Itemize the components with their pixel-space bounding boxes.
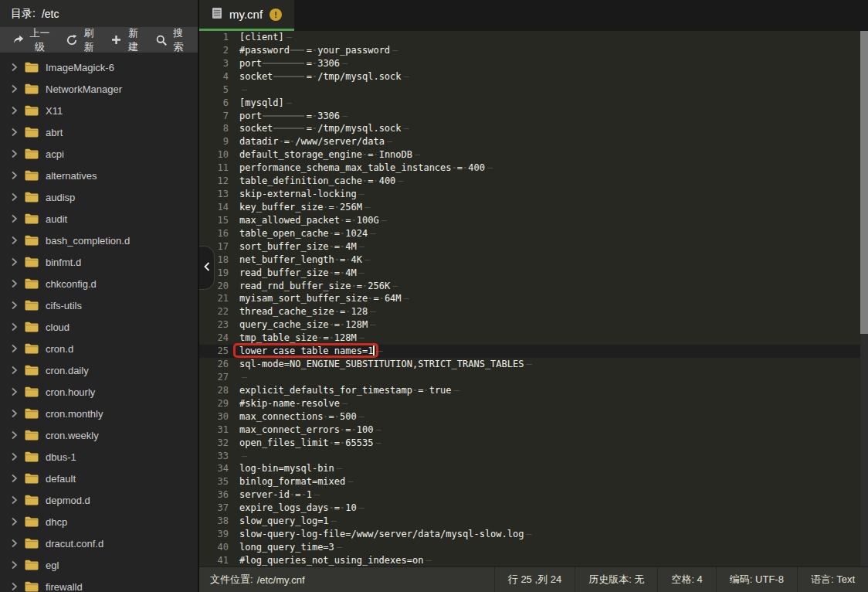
editor-line[interactable]: 34log-bin=mysql-bin (199, 462, 868, 475)
editor-line[interactable]: 38slow_query_log=1 (199, 515, 868, 528)
editor-line[interactable]: 10default_storage_engine = InnoDB (199, 148, 868, 162)
sidebar-folder-abrt[interactable]: abrt (0, 121, 198, 143)
editor-line[interactable]: 24tmp_table_size = 128M (199, 332, 868, 345)
editor-tabbar: my.cnf ! (199, 0, 868, 31)
sidebar-folder-cloud[interactable]: cloud (0, 316, 198, 338)
editor-line[interactable]: 4socket = /tmp/mysql.sock (199, 70, 868, 83)
folder-label: egl (46, 560, 59, 571)
sidebar-folder-cron.hourly[interactable]: cron.hourly (0, 381, 198, 403)
sidebar-folder-alternatives[interactable]: alternatives (0, 165, 198, 186)
editor-line[interactable]: 35binlog_format=mixed (199, 475, 868, 488)
editor-line[interactable]: 17sort_buffer_size = 4M (199, 240, 868, 253)
toolbar-button-search[interactable]: 搜索 (148, 27, 193, 53)
toolbar-button-up-level-arrow[interactable]: 上一级 (5, 27, 59, 53)
editor-line[interactable]: 14key_buffer_size = 256M (199, 201, 868, 214)
editor-line[interactable]: 9datadir = /www/server/data (199, 135, 868, 148)
editor-line[interactable]: 33 (199, 450, 868, 463)
sidebar-folder-cron.weekly[interactable]: cron.weekly (0, 424, 198, 446)
sidebar-folder-firewalld[interactable]: firewalld (0, 576, 198, 592)
editor-line[interactable]: 32open_files_limit = 65535 (199, 437, 868, 450)
editor-line[interactable]: 41#log_queries_not_using_indexes=on (199, 554, 868, 566)
editor-line[interactable]: 27 (199, 371, 868, 384)
file-explorer-sidebar: 目录: /etc 上一级刷新新建搜索 ImageMagick-6NetworkM… (0, 0, 199, 592)
sidebar-folder-audit[interactable]: audit (0, 208, 198, 230)
sidebar-folder-dbus-1[interactable]: dbus-1 (0, 446, 198, 468)
up-level-arrow-icon (12, 35, 24, 45)
toolbar-button-plus[interactable]: 新建 (103, 27, 147, 53)
line-number: 21 (199, 292, 229, 305)
folder-label: dhcp (46, 516, 67, 528)
line-content: lower_case_table_names=1 (229, 345, 383, 358)
sidebar-folder-egl[interactable]: egl (0, 554, 198, 576)
folder-icon (25, 127, 39, 138)
editor-line[interactable]: 18net_buffer_length = 4K (199, 253, 868, 267)
editor-line[interactable]: 7port = 3306 (199, 110, 868, 123)
editor-line[interactable]: 37expire_logs_days = 10 (199, 502, 868, 515)
editor-line[interactable]: 20read_rnd_buffer_size = 256K (199, 280, 868, 293)
sidebar-folder-cifs-utils[interactable]: cifs-utils (0, 294, 198, 316)
toolbar-button-label: 刷新 (82, 26, 96, 54)
editor-line[interactable]: 11performance_schema_max_table_instances… (199, 162, 868, 175)
directory-header: 目录: /etc (0, 0, 198, 27)
line-number: 33 (199, 450, 229, 463)
line-number: 6 (199, 97, 229, 110)
line-content: log-bin=mysql-bin (229, 462, 342, 475)
scrollbar-thumb[interactable] (860, 31, 868, 334)
line-number: 31 (199, 424, 229, 437)
folder-label: bash_completion.d (46, 235, 130, 247)
editor-line[interactable]: 15max_allowed_packet = 100G (199, 214, 868, 227)
history-version: 历史版本: 无 (575, 567, 657, 592)
editor-line[interactable]: 8socket = /tmp/mysql.sock (199, 122, 868, 135)
editor-line[interactable]: 31max_connect_errors = 100 (199, 424, 868, 437)
folder-label: cron.weekly (46, 430, 99, 441)
editor-line[interactable]: 28explicit_defaults_for_timestamp = true (199, 384, 868, 397)
folder-icon (25, 105, 39, 116)
editor-line[interactable]: 36server-id = 1 (199, 488, 868, 502)
folder-icon (25, 495, 39, 505)
sidebar-folder-binfmt.d[interactable]: binfmt.d (0, 251, 198, 273)
editor-scrollbar[interactable] (860, 31, 868, 566)
sidebar-folder-ImageMagick-6[interactable]: ImageMagick-6 (0, 56, 198, 78)
editor-line[interactable]: 2#password = your_password (199, 44, 868, 57)
editor-line[interactable]: 13skip-external-locking (199, 188, 868, 201)
sidebar-folder-default[interactable]: default (0, 468, 198, 489)
editor-line[interactable]: 1[client] (199, 31, 868, 44)
editor-line[interactable]: 26sql-mode=NO_ENGINE_SUBSTITUTION,STRICT… (199, 358, 868, 371)
editor-line[interactable]: 22thread_cache_size = 128 (199, 305, 868, 318)
toolbar-button-refresh[interactable]: 刷新 (59, 27, 103, 53)
editor-line[interactable]: 19read_buffer_size = 4M (199, 267, 868, 280)
editor-line[interactable]: 30max_connections = 500 (199, 410, 868, 424)
line-content: tmp_table_size = 128M (229, 332, 364, 345)
sidebar-folder-cron.daily[interactable]: cron.daily (0, 359, 198, 381)
code-editor[interactable]: 1[client]2#password = your_password3port… (199, 31, 868, 566)
editor-line[interactable]: 29#skip-name-resolve (199, 397, 868, 410)
sidebar-folder-audisp[interactable]: audisp (0, 186, 198, 208)
tab-my-cnf[interactable]: my.cnf ! (199, 0, 294, 31)
editor-line[interactable]: 39slow-query-log-file=/www/server/data/m… (199, 528, 868, 541)
line-content: port = 3306 (229, 57, 348, 70)
sidebar-folder-NetworkManager[interactable]: NetworkManager (0, 78, 198, 100)
sidebar-folder-cron.d[interactable]: cron.d (0, 338, 198, 359)
sidebar-folder-dracut.conf.d[interactable]: dracut.conf.d (0, 532, 198, 554)
chevron-right-icon (11, 430, 18, 440)
sidebar-folder-dhcp[interactable]: dhcp (0, 511, 198, 532)
sidebar-folder-bash_completion.d[interactable]: bash_completion.d (0, 230, 198, 251)
editor-line[interactable]: 40long_query_time=3 (199, 541, 868, 554)
editor-line[interactable]: 3port = 3306 (199, 57, 868, 70)
sidebar-folder-depmod.d[interactable]: depmod.d (0, 489, 198, 511)
sidebar-collapse-handle[interactable] (199, 246, 215, 290)
editor-line[interactable]: 25lower_case_table_names=1 (199, 345, 868, 358)
sidebar-folder-acpi[interactable]: acpi (0, 143, 198, 165)
editor-line[interactable]: 6[mysqld] (199, 97, 868, 110)
sidebar-folder-chkconfig.d[interactable]: chkconfig.d (0, 273, 198, 294)
sidebar-folder-cron.monthly[interactable]: cron.monthly (0, 403, 198, 424)
sidebar-folder-X11[interactable]: X11 (0, 100, 198, 121)
editor-line[interactable]: 12table_definition_cache = 400 (199, 175, 868, 188)
editor-line[interactable]: 5 (199, 83, 868, 97)
line-number: 16 (199, 227, 229, 240)
editor-line[interactable]: 21myisam_sort_buffer_size = 64M (199, 292, 868, 305)
line-content: myisam_sort_buffer_size = 64M (229, 292, 409, 305)
editor-line[interactable]: 23query_cache_size = 128M (199, 318, 868, 332)
editor-line[interactable]: 16table_open_cache = 1024 (199, 227, 868, 240)
file-location: 文件位置: /etc/my.cnf (199, 567, 494, 592)
